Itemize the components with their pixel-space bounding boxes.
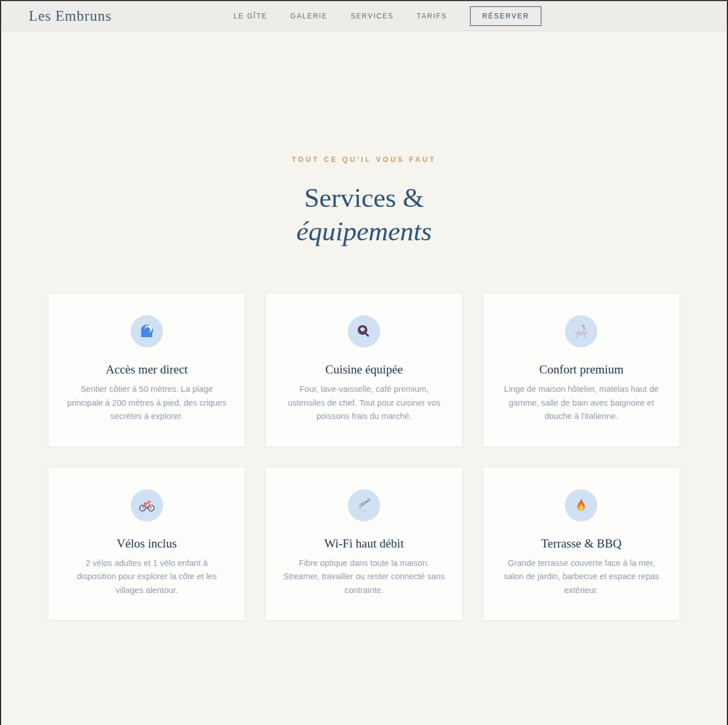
bathtub-icon xyxy=(565,315,597,348)
page: { "brand": { "name": "Les Embruns" }, "n… xyxy=(0,0,728,725)
card-body: Linge de maison hôtelier, matelas haut d… xyxy=(500,383,662,424)
card-acces-mer: Accès mer direct Sentier côtier à 50 mèt… xyxy=(48,293,245,447)
fire-icon xyxy=(565,489,597,522)
card-body: Sentier côtier à 50 mètres. La plage pri… xyxy=(66,383,227,424)
services-grid: Accès mer direct Sentier côtier à 50 mèt… xyxy=(48,293,680,725)
card-title: Accès mer direct xyxy=(66,363,227,377)
bicycle-icon xyxy=(131,489,163,522)
card-title: Terrasse & BBQ xyxy=(500,537,662,551)
nav-item-galerie[interactable]: GALERIE xyxy=(290,12,328,20)
card-body: Four, lave-vaisselle, café premium, uste… xyxy=(283,383,445,424)
card-title: Confort premium xyxy=(500,363,662,377)
card-body: 2 vélos adultes et 1 vélo enfant à dispo… xyxy=(66,557,227,598)
section-eyebrow: TOUT CE QU'IL VOUS FAUT xyxy=(1,156,727,164)
card-terrasse: Terrasse & BBQ Grande terrasse couverte … xyxy=(483,467,680,621)
card-title: Cuisine équipée xyxy=(283,363,445,377)
services-section: TOUT CE QU'IL VOUS FAUT Services &équipe… xyxy=(1,31,727,725)
card-cuisine: Cuisine équipée Four, lave-vaisselle, ca… xyxy=(265,293,462,447)
section-title-line2: équipements xyxy=(297,216,432,246)
card-title: Wi-Fi haut débit xyxy=(283,537,445,551)
card-confort: Confort premium Linge de maison hôtelier… xyxy=(483,293,680,447)
section-title: Services &équipements xyxy=(1,181,727,248)
nav-item-le-gite[interactable]: LE GÎTE xyxy=(233,12,267,20)
site-header: Les Embruns LE GÎTE GALERIE SERVICES TAR… xyxy=(1,1,727,31)
section-intro: TOUT CE QU'IL VOUS FAUT Services &équipe… xyxy=(1,31,727,248)
card-body: Grande terrasse couverte face à la mer, … xyxy=(500,557,662,598)
satellite-icon xyxy=(348,489,380,522)
card-wifi: Wi-Fi haut débit Fibre optique dans tout… xyxy=(265,467,462,621)
card-title: Vélos inclus xyxy=(66,537,227,551)
reserve-button[interactable]: RÉSERVER xyxy=(470,6,541,26)
nav-item-tarifs[interactable]: TARIFS xyxy=(417,12,448,20)
card-body: Fibre optique dans toute la maison. Stre… xyxy=(283,557,445,598)
section-title-line1: Services & xyxy=(304,183,424,213)
wave-icon xyxy=(131,315,163,348)
card-velos: Vélos inclus 2 vélos adultes et 1 vélo e… xyxy=(48,467,245,621)
brand-logo[interactable]: Les Embruns xyxy=(29,8,112,24)
nav-item-services[interactable]: SERVICES xyxy=(351,12,394,20)
main-nav: LE GÎTE GALERIE SERVICES TARIFS RÉSERVER xyxy=(233,6,541,26)
frying-pan-icon xyxy=(348,315,380,348)
